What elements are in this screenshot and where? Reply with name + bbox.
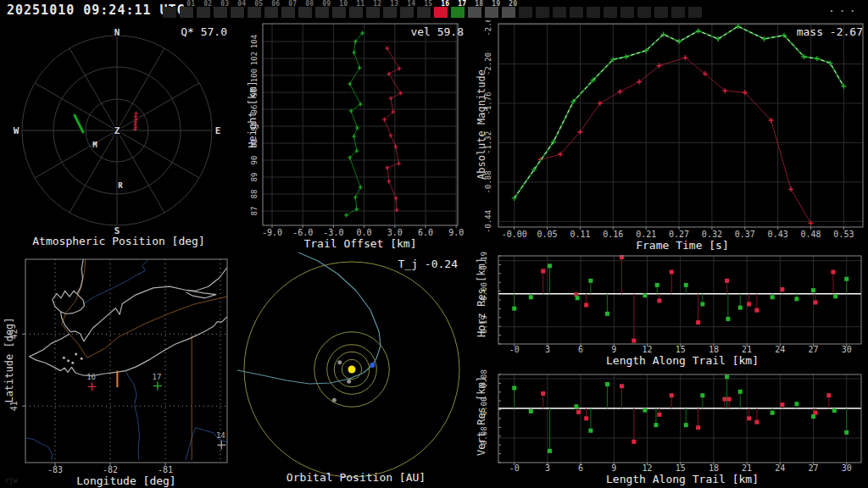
frame-box-07[interactable] bbox=[281, 7, 295, 18]
frame-box-label: 09 bbox=[318, 0, 331, 8]
island bbox=[63, 357, 65, 359]
orbital-position-plot bbox=[237, 251, 475, 488]
residual-point bbox=[832, 270, 836, 274]
map-frame bbox=[25, 259, 227, 463]
frame-box-label: 17 bbox=[453, 0, 466, 8]
residual-point bbox=[684, 423, 688, 427]
frame-strip: 0102030405060708091011121314151617181920 bbox=[0, 0, 868, 20]
tick-label: 30 bbox=[842, 463, 852, 473]
frame-box-blank bbox=[163, 7, 176, 18]
frame-box-10[interactable] bbox=[332, 7, 346, 18]
tick-label: 0.27 bbox=[669, 230, 689, 239]
frame-box-blank bbox=[536, 7, 549, 18]
tick-label: W bbox=[14, 125, 19, 136]
horz-xlabel: Length Along Trail [km] bbox=[500, 354, 865, 367]
residual-frame bbox=[498, 256, 861, 344]
trail-frame bbox=[263, 24, 458, 225]
residual-point bbox=[657, 413, 661, 417]
data-point-cross bbox=[353, 196, 358, 200]
residual-point bbox=[738, 306, 743, 310]
data-point-cross bbox=[352, 51, 356, 55]
frame-box-05[interactable] bbox=[248, 7, 261, 18]
tick-label: -0 bbox=[509, 463, 520, 473]
tick-label: 21 bbox=[742, 345, 752, 354]
tick-label: 12 bbox=[642, 345, 652, 354]
frame-box-blank bbox=[570, 7, 583, 18]
data-point-cross bbox=[398, 92, 403, 96]
velocity-stat: vel 59.8 bbox=[410, 25, 464, 38]
tick-label: 3 bbox=[545, 345, 550, 354]
trail-offset-plot: -9.0-6.0-3.00.03.06.09.01041021009896949… bbox=[246, 20, 475, 251]
residual-point bbox=[670, 270, 674, 274]
residual-point bbox=[541, 391, 545, 396]
trail-red-series bbox=[382, 47, 403, 213]
frame-box-08[interactable] bbox=[298, 7, 312, 18]
frame-box-label: 05 bbox=[250, 0, 263, 8]
frame-box-12[interactable] bbox=[366, 7, 380, 18]
residual-point bbox=[696, 425, 700, 430]
frame-box-01[interactable] bbox=[180, 7, 193, 18]
tick-label: -0 bbox=[509, 345, 520, 354]
frame-box-06[interactable] bbox=[264, 7, 278, 18]
tick-label: -82 bbox=[103, 465, 118, 474]
frame-box-16[interactable] bbox=[434, 7, 448, 18]
frame-box-blank bbox=[654, 7, 668, 18]
residual-point bbox=[584, 303, 588, 308]
magnitude-grid: -0.000.050.110.160.210.270.320.370.430.4… bbox=[484, 20, 863, 239]
tick-label: N bbox=[114, 27, 120, 38]
frame-box-label: 10 bbox=[335, 0, 348, 8]
orbit-title: Orbital Position [AU] bbox=[237, 471, 475, 484]
residual-point bbox=[654, 423, 658, 427]
tisserand-stat: T_j -0.24 bbox=[398, 258, 458, 270]
tick-label: 9.0 bbox=[448, 228, 464, 237]
residual-point bbox=[771, 295, 775, 299]
residual-point bbox=[844, 277, 849, 281]
atmospheric-title: Atmospheric Position [deg] bbox=[0, 235, 237, 247]
residual-point bbox=[632, 339, 636, 343]
overflow-menu-icon[interactable]: ... bbox=[828, 1, 860, 14]
vert-residuals-plot: -0369121518212427300.08-0.00-0.08 bbox=[475, 369, 868, 488]
data-point-cross bbox=[398, 67, 402, 71]
frame-box-04[interactable] bbox=[231, 7, 244, 18]
frame-box-11[interactable] bbox=[349, 7, 363, 18]
frame-box-17[interactable] bbox=[451, 7, 465, 18]
station-markers: 161714 bbox=[86, 373, 225, 450]
tick-label: 24 bbox=[775, 345, 785, 354]
tick-label: 0.48 bbox=[800, 230, 821, 239]
frame-box-label: 06 bbox=[267, 0, 280, 8]
frame-box-03[interactable] bbox=[214, 7, 227, 18]
trail-ylabel: Height [km] bbox=[247, 47, 259, 182]
residual-point bbox=[643, 408, 647, 413]
tick-label: 6 bbox=[578, 345, 583, 354]
residual-point bbox=[794, 297, 798, 301]
horz-residuals-plot: -0369121518212427300.19-0.00-0.19 bbox=[475, 251, 868, 369]
frame-box-20[interactable] bbox=[502, 7, 515, 18]
residual-point bbox=[657, 298, 661, 302]
residual-point bbox=[811, 288, 815, 292]
residual-point bbox=[727, 397, 732, 402]
tick-label: 88 bbox=[250, 190, 259, 199]
frame-box-label: 04 bbox=[233, 0, 246, 8]
map-xlabel: Longitude [deg] bbox=[25, 474, 227, 487]
frame-box-15[interactable] bbox=[417, 7, 431, 18]
data-point-cross bbox=[358, 66, 362, 70]
frame-box-blank bbox=[587, 7, 600, 18]
frame-box-blank bbox=[637, 7, 651, 18]
planet-icon bbox=[337, 360, 342, 364]
magnitude-red-series bbox=[538, 55, 814, 225]
island bbox=[71, 362, 74, 364]
residual-point bbox=[541, 269, 545, 274]
frame-box-18[interactable] bbox=[468, 7, 481, 18]
frame-box-02[interactable] bbox=[197, 7, 210, 18]
residual-point bbox=[529, 295, 533, 299]
residual-point bbox=[754, 308, 759, 313]
residual-grid: -0369121518212427300.08-0.00-0.08 bbox=[480, 369, 861, 473]
red-track bbox=[133, 112, 138, 132]
frame-box-09[interactable] bbox=[315, 7, 329, 18]
residual-point bbox=[771, 411, 775, 415]
data-point-cross bbox=[388, 97, 392, 101]
frame-box-19[interactable] bbox=[485, 7, 498, 18]
frame-box-13[interactable] bbox=[383, 7, 397, 18]
tick-label: 12 bbox=[642, 463, 652, 473]
frame-box-14[interactable] bbox=[400, 7, 414, 18]
